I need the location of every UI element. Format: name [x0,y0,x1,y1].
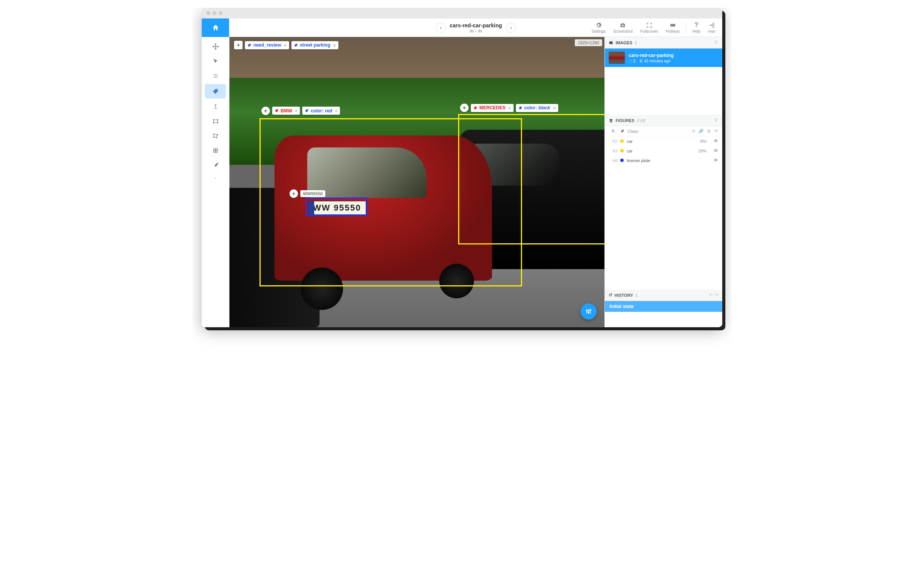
hotkeys-button[interactable]: Hotkeys [663,22,683,33]
object-attr-tag[interactable]: color: red × [302,107,340,115]
image-thumbnail [609,52,625,64]
history-icon: ↺ [609,293,612,298]
svg-point-9 [216,89,217,90]
add-image-tag-button[interactable]: + [234,41,243,49]
svg-point-13 [217,119,218,120]
svg-rect-22 [213,151,215,153]
image-tag[interactable]: need_review × [245,41,289,49]
svg-point-7 [215,77,216,78]
add-object-tag-button[interactable]: + [290,189,298,198]
traffic-light-min[interactable] [213,11,216,15]
svg-point-27 [588,312,589,313]
bitmap-tool[interactable] [202,143,229,158]
logout-button[interactable]: max [705,22,718,33]
visibility-icon[interactable]: 👁 [714,129,718,134]
remove-tag-icon[interactable]: × [553,105,556,111]
bbox-plate-labels: + WW95550 [290,189,325,198]
figures-panel-header[interactable]: FIGURES 3 (6) [605,115,722,126]
pointer-tool[interactable] [202,54,229,69]
history-panel-header[interactable]: ↺ HISTORY 1 ↶ ↷ [605,290,722,301]
svg-point-12 [213,119,214,120]
object-attr-tag[interactable]: color: black × [516,104,558,112]
annotation-canvas[interactable]: WW 95550 1920×1280 + need_review × stree… [229,37,604,327]
object-class-tag[interactable]: MERCEDES × [471,104,514,112]
traffic-light-close[interactable] [206,11,210,15]
svg-point-15 [217,122,218,123]
view-settings-fab[interactable] [581,303,597,320]
add-object-tag-button[interactable]: + [261,107,270,115]
remove-tag-icon[interactable]: × [295,108,298,114]
svg-point-2 [216,74,217,75]
filter-figures-icon[interactable] [714,118,718,123]
figure-row[interactable]: #2 car 8% 👁 [605,136,722,146]
figure-row[interactable]: #4 license plate 👁 [605,156,722,165]
svg-rect-11 [213,120,218,123]
eye-icon[interactable]: 👁 [713,148,718,154]
brush-tool[interactable] [202,158,229,172]
remove-tag-icon[interactable]: × [335,108,338,114]
add-object-tag-button[interactable]: + [460,104,469,112]
remove-tag-icon[interactable]: × [333,42,336,48]
remove-tag-icon[interactable]: × [508,105,511,111]
svg-point-6 [214,77,214,78]
area-icon: ◔ [691,129,695,134]
image-item-name: cars-red-car-parking [629,53,674,58]
svg-point-28 [590,310,591,311]
svg-point-26 [586,310,588,311]
image-dimensions: 1920×1280 [575,39,602,46]
traffic-light-max[interactable] [219,11,223,15]
rectangle-tool[interactable] [202,114,229,129]
window-titlebar [202,8,722,18]
breadcrumb: ds › ds [450,28,502,33]
topbar: ‹ cars-red-car-parking ds › ds › Setting… [229,18,722,37]
image-tag[interactable]: street parking × [291,41,338,49]
svg-point-14 [213,122,214,123]
svg-rect-20 [213,149,215,151]
eye-icon[interactable]: 👁 [713,157,718,163]
svg-point-3 [214,75,214,76]
right-panel: IMAGES 1 cars-red-car-parking ⬚ [604,37,722,327]
link-icon[interactable]: 🔗 [698,129,704,134]
images-icon [609,40,613,45]
svg-point-0 [214,74,214,75]
svg-point-8 [216,77,217,78]
smart-tool[interactable] [202,172,229,187]
object-class-tag[interactable]: BMW × [272,107,300,115]
prev-image-button[interactable]: ‹ [436,23,446,33]
svg-rect-21 [216,149,218,151]
polygon-tool[interactable] [202,129,229,143]
fullscreen-button[interactable]: Fullscreen [637,22,661,33]
svg-point-16 [213,134,214,134]
tag-tool[interactable] [205,84,226,99]
svg-rect-29 [609,41,613,44]
time-icon: 🗓 42 minutes ago [639,59,670,63]
svg-rect-25 [670,23,675,26]
bbox-mercedes[interactable] [458,114,604,244]
help-button[interactable]: ? Help [690,22,704,33]
plate-text-label[interactable]: WW95550 [300,190,325,197]
next-image-button[interactable]: › [506,23,516,33]
home-button[interactable] [202,18,229,37]
svg-point-18 [216,137,217,138]
images-panel-header[interactable]: IMAGES 1 [605,37,722,49]
remove-tag-icon[interactable]: × [284,42,287,48]
figures-header-row: ⇅ Class ◔ 🔗 🗑 👁 [605,126,722,136]
point-tool[interactable] [202,99,229,114]
redo-button[interactable]: ↷ [715,293,718,298]
figure-row[interactable]: #3 car 19% 👁 [605,146,722,156]
undo-button[interactable]: ↶ [709,293,713,298]
bbox-license-plate[interactable] [306,197,367,216]
image-tags-row: + need_review × street parking × [234,41,338,49]
filter-images-icon[interactable] [714,40,718,45]
eye-icon[interactable]: 👁 [713,138,718,144]
delete-icon[interactable]: 🗑 [707,129,711,134]
move-tool[interactable] [202,39,229,54]
svg-point-4 [215,75,216,76]
drag-tool[interactable] [202,69,229,83]
history-item[interactable]: Initial state [605,301,722,312]
screenshot-button[interactable]: Screenshot [610,22,636,33]
svg-point-5 [216,75,217,76]
settings-button[interactable]: Settings [589,22,609,33]
image-list-item[interactable]: cars-red-car-parking ⬚ 3 🗓 42 minutes ag… [605,49,722,67]
tool-rail [202,18,229,327]
